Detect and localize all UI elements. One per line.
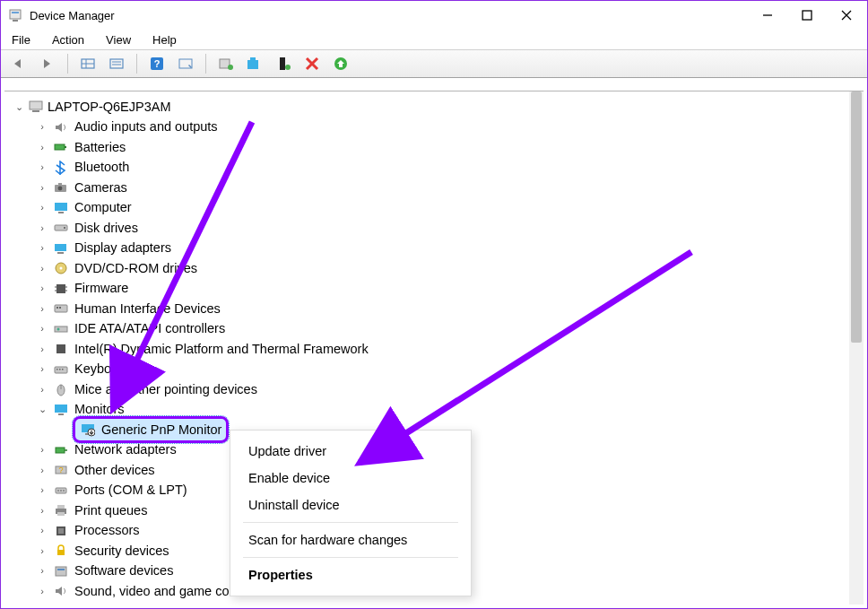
tree-node-display[interactable]: › Display adapters: [6, 238, 862, 258]
other-devices-icon: ?: [53, 462, 69, 478]
svg-rect-76: [56, 567, 66, 576]
scrollbar-thumb[interactable]: [851, 91, 862, 343]
chevron-right-icon[interactable]: ›: [37, 240, 48, 256]
tree-node-mice[interactable]: › Mice and other pointing devices: [6, 379, 862, 400]
tree-node-disk[interactable]: › Disk drives: [6, 218, 862, 239]
tree-node-hid[interactable]: › Human Interface Devices: [6, 299, 862, 319]
chevron-right-icon[interactable]: ›: [37, 180, 48, 196]
svg-rect-1: [12, 12, 19, 13]
toolbar-separator: [205, 54, 206, 74]
svg-rect-74: [58, 528, 64, 534]
svg-text:?: ?: [154, 58, 161, 69]
tree-node-intel[interactable]: › Intel(R) Dynamic Platform and Thermal …: [6, 339, 862, 360]
chevron-down-icon[interactable]: ⌄: [37, 402, 48, 417]
svg-rect-32: [55, 203, 67, 211]
chevron-right-icon[interactable]: ›: [37, 544, 48, 559]
update-driver-button[interactable]: [213, 53, 239, 74]
chevron-right-icon[interactable]: ›: [37, 160, 48, 175]
disc-icon: [53, 260, 69, 276]
menubar: File Action View Help: [1, 30, 867, 49]
chevron-right-icon[interactable]: ›: [37, 301, 48, 317]
toolbar-separator: [67, 54, 68, 74]
forward-button[interactable]: [35, 53, 60, 74]
ctx-uninstall-device[interactable]: Uninstall device: [230, 492, 471, 518]
ctx-separator: [243, 557, 458, 558]
mouse-icon: [53, 381, 69, 397]
chip-icon: [53, 341, 69, 357]
chevron-right-icon[interactable]: ›: [37, 261, 48, 276]
chevron-right-icon[interactable]: ›: [37, 503, 48, 518]
tree-node-cameras[interactable]: › Cameras: [6, 178, 862, 198]
scrollbar[interactable]: [849, 91, 864, 605]
chevron-right-icon[interactable]: ›: [37, 221, 48, 236]
svg-rect-4: [803, 11, 812, 20]
svg-point-30: [58, 187, 63, 191]
svg-rect-0: [10, 10, 21, 19]
svg-point-69: [63, 490, 65, 492]
chevron-right-icon[interactable]: ›: [37, 281, 48, 296]
svg-rect-72: [57, 512, 65, 516]
ctx-properties[interactable]: Properties: [230, 561, 471, 588]
tree-node-ide[interactable]: › IDE ATA/ATAPI controllers: [6, 318, 862, 339]
tree-node-bluetooth[interactable]: › Bluetooth: [6, 157, 862, 178]
svg-rect-18: [247, 60, 258, 69]
window-controls: [760, 7, 860, 23]
software-icon: [53, 563, 69, 579]
chevron-right-icon[interactable]: ›: [37, 342, 48, 357]
svg-rect-62: [56, 448, 65, 453]
remove-button[interactable]: [299, 53, 325, 74]
menu-file[interactable]: File: [6, 32, 36, 48]
tree-node-dvd[interactable]: › DVD/CD-ROM drives: [6, 258, 862, 279]
disable-button[interactable]: [271, 53, 296, 74]
chevron-right-icon[interactable]: ›: [37, 200, 48, 215]
svg-text:?: ?: [58, 465, 63, 474]
tree-node-batteries[interactable]: › Batteries: [6, 137, 862, 158]
svg-rect-71: [57, 505, 65, 509]
tree-node-computer[interactable]: › Computer: [6, 197, 862, 218]
svg-rect-57: [55, 405, 67, 413]
chevron-right-icon[interactable]: ›: [37, 463, 48, 478]
monitor-disabled-icon: [80, 422, 96, 438]
show-hidden-button[interactable]: [75, 53, 100, 74]
maximize-button[interactable]: [799, 7, 815, 23]
svg-rect-47: [59, 307, 61, 309]
uninstall-button[interactable]: [242, 53, 267, 74]
ctx-update-driver[interactable]: Update driver: [230, 438, 471, 465]
toolbar-separator: [136, 54, 137, 74]
tree-node-keyboards[interactable]: › Keyboards: [6, 359, 862, 379]
chevron-right-icon[interactable]: ›: [37, 563, 48, 579]
chevron-right-icon[interactable]: ›: [37, 442, 48, 457]
back-button[interactable]: [6, 53, 31, 74]
chevron-down-icon[interactable]: ⌄: [13, 100, 24, 115]
svg-rect-77: [57, 569, 65, 570]
printer-icon: [53, 502, 69, 518]
enable-button[interactable]: [328, 53, 353, 74]
chevron-right-icon[interactable]: ›: [37, 361, 48, 377]
svg-rect-52: [56, 369, 58, 370]
minimize-button[interactable]: [760, 7, 776, 23]
tree-node-firmware[interactable]: › Firmware: [6, 278, 862, 299]
chevron-right-icon[interactable]: ›: [37, 119, 48, 135]
computer-icon: [28, 99, 44, 115]
chevron-right-icon[interactable]: ›: [37, 382, 48, 397]
chevron-right-icon[interactable]: ›: [37, 584, 48, 599]
tree-root[interactable]: ⌄ LAPTOP-Q6EJP3AM: [6, 97, 862, 117]
close-button[interactable]: [838, 7, 855, 23]
tree-node-audio[interactable]: › Audio inputs and outputs: [6, 117, 862, 137]
speaker-icon: [53, 119, 69, 135]
chevron-right-icon[interactable]: ›: [37, 321, 48, 336]
properties-button[interactable]: [104, 53, 129, 74]
chevron-right-icon[interactable]: ›: [37, 483, 48, 498]
menu-action[interactable]: Action: [47, 32, 90, 48]
ctx-scan-hardware[interactable]: Scan for hardware changes: [230, 526, 471, 553]
chevron-right-icon[interactable]: ›: [37, 523, 48, 538]
svg-point-68: [60, 490, 62, 492]
monitor-icon: [53, 402, 69, 418]
ctx-enable-device[interactable]: Enable device: [230, 465, 471, 492]
chevron-right-icon[interactable]: ›: [37, 140, 48, 155]
menu-help[interactable]: Help: [147, 32, 182, 48]
menu-view[interactable]: View: [100, 32, 136, 48]
window-title: Device Manager: [30, 9, 115, 22]
help-button[interactable]: ?: [144, 53, 169, 74]
scan-button[interactable]: [173, 53, 198, 74]
